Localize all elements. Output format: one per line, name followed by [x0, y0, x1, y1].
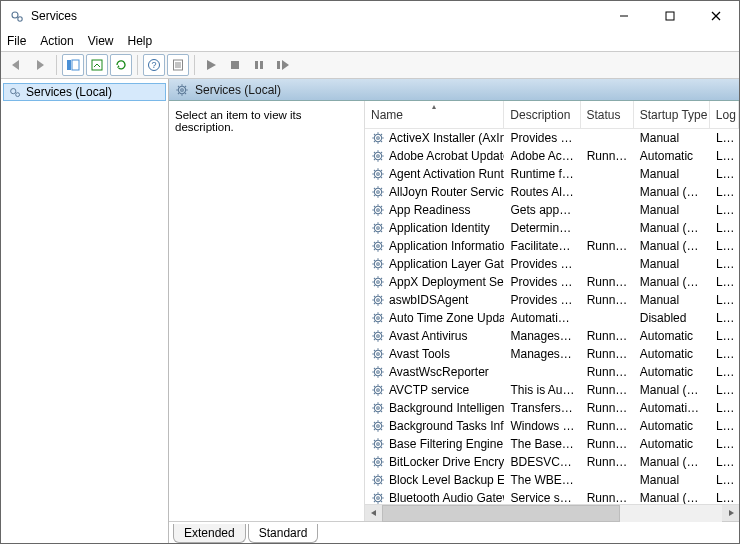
- table-row[interactable]: Block Level Backup Engine ...The WBENG..…: [365, 471, 739, 489]
- show-hide-tree-button[interactable]: [62, 54, 84, 76]
- gear-icon: [371, 401, 385, 415]
- table-row[interactable]: Application InformationFacilitates t...R…: [365, 237, 739, 255]
- table-row[interactable]: Adobe Acrobat Update Serv...Adobe Acro..…: [365, 147, 739, 165]
- service-status: Running: [581, 239, 634, 253]
- table-row[interactable]: aswbIDSAgentProvides Ide...RunningManual…: [365, 291, 739, 309]
- back-button[interactable]: [5, 54, 27, 76]
- pause-service-button[interactable]: [248, 54, 270, 76]
- service-status: Running: [581, 275, 634, 289]
- scroll-right-button[interactable]: [722, 505, 739, 522]
- table-row[interactable]: Avast ToolsManages an...RunningAutomatic…: [365, 345, 739, 363]
- sort-asc-icon: ▴: [432, 102, 436, 111]
- menu-action[interactable]: Action: [40, 34, 73, 48]
- service-startup: Manual (Trig...: [634, 455, 710, 469]
- service-startup: Automatic (...: [634, 401, 710, 415]
- tab-standard[interactable]: Standard: [248, 524, 319, 543]
- service-logon: Loca: [710, 257, 739, 271]
- table-row[interactable]: AvastWscReporterRunningAutomaticLoca: [365, 363, 739, 381]
- table-row[interactable]: Application IdentityDetermines ...Manual…: [365, 219, 739, 237]
- service-startup: Manual (Trig...: [634, 221, 710, 235]
- table-row[interactable]: Avast AntivirusManages an...RunningAutom…: [365, 327, 739, 345]
- service-logon: Loca: [710, 401, 739, 415]
- svg-rect-13: [666, 12, 674, 20]
- service-startup: Automatic: [634, 347, 710, 361]
- table-row[interactable]: ActiveX Installer (AxInstSV)Provides Us.…: [365, 129, 739, 147]
- service-logon: Loca: [710, 473, 739, 487]
- refresh-button[interactable]: [110, 54, 132, 76]
- gear-icon: [371, 437, 385, 451]
- table-row[interactable]: Auto Time Zone UpdaterAutomatica...Disab…: [365, 309, 739, 327]
- service-name: Background Tasks Infrastruc...: [389, 419, 504, 433]
- service-startup: Automatic: [634, 437, 710, 451]
- service-logon: Loca: [710, 149, 739, 163]
- scroll-thumb[interactable]: [382, 505, 620, 522]
- table-row[interactable]: AppX Deployment Service (...Provides inf…: [365, 273, 739, 291]
- gear-icon: [371, 365, 385, 379]
- stop-service-button[interactable]: [224, 54, 246, 76]
- column-header-description[interactable]: Description: [504, 101, 580, 128]
- export-list-button[interactable]: [86, 54, 108, 76]
- titlebar[interactable]: Services: [1, 1, 739, 31]
- column-header-name[interactable]: Name▴: [365, 101, 504, 128]
- menu-view[interactable]: View: [88, 34, 114, 48]
- properties-button[interactable]: [167, 54, 189, 76]
- tab-extended[interactable]: Extended: [173, 524, 246, 543]
- service-description: Routes AllJo...: [504, 185, 580, 199]
- tree-node-services-local[interactable]: Services (Local): [3, 83, 166, 101]
- table-row[interactable]: Background Tasks Infrastruc...Windows in…: [365, 417, 739, 435]
- table-row[interactable]: Base Filtering EngineThe Base Fil...Runn…: [365, 435, 739, 453]
- table-row[interactable]: Bluetooth Audio Gateway S...Service sup.…: [365, 489, 739, 504]
- service-logon: Loca: [710, 419, 739, 433]
- table-row[interactable]: Application Layer Gateway ...Provides su…: [365, 255, 739, 273]
- menu-help[interactable]: Help: [128, 34, 153, 48]
- restart-service-button[interactable]: [272, 54, 294, 76]
- table-row[interactable]: AVCTP serviceThis is Audi...RunningManua…: [365, 381, 739, 399]
- maximize-button[interactable]: [647, 1, 693, 31]
- console-tree[interactable]: Services (Local): [1, 79, 169, 543]
- table-row[interactable]: BitLocker Drive Encryption ...BDESVC hos…: [365, 453, 739, 471]
- gear-icon: [371, 473, 385, 487]
- gear-icon: [371, 257, 385, 271]
- close-button[interactable]: [693, 1, 739, 31]
- service-name: BitLocker Drive Encryption ...: [389, 455, 504, 469]
- service-startup: Manual: [634, 131, 710, 145]
- service-name: Application Identity: [389, 221, 490, 235]
- svg-marker-17: [37, 60, 44, 70]
- service-name: Background Intelligent Tran...: [389, 401, 504, 415]
- scroll-left-button[interactable]: [365, 505, 382, 522]
- service-name: Bluetooth Audio Gateway S...: [389, 491, 504, 504]
- horizontal-scrollbar[interactable]: [365, 504, 739, 521]
- table-row[interactable]: Background Intelligent Tran...Transfers …: [365, 399, 739, 417]
- start-service-button[interactable]: [200, 54, 222, 76]
- forward-button[interactable]: [29, 54, 51, 76]
- minimize-button[interactable]: [601, 1, 647, 31]
- details-header: Services (Local): [169, 79, 739, 101]
- service-startup: Manual: [634, 167, 710, 181]
- service-logon: Loca: [710, 455, 739, 469]
- gear-icon: [371, 311, 385, 325]
- services-list[interactable]: Name▴ Description Status Startup Type Lo…: [364, 101, 739, 521]
- table-row[interactable]: AllJoyn Router ServiceRoutes AllJo...Man…: [365, 183, 739, 201]
- column-header-logon[interactable]: Log: [710, 101, 739, 128]
- svg-rect-19: [72, 60, 79, 70]
- svg-marker-33: [282, 60, 289, 70]
- column-header-status[interactable]: Status: [581, 101, 634, 128]
- svg-marker-34: [371, 510, 376, 516]
- gear-icon: [371, 167, 385, 181]
- help-button[interactable]: ?: [143, 54, 165, 76]
- service-status: Running: [581, 491, 634, 504]
- service-startup: Automatic: [634, 329, 710, 343]
- scroll-track[interactable]: [382, 505, 722, 522]
- table-row[interactable]: Agent Activation Runtime_...Runtime for.…: [365, 165, 739, 183]
- service-logon: Loca: [710, 275, 739, 289]
- menu-file[interactable]: File: [7, 34, 26, 48]
- gears-icon: [8, 85, 22, 99]
- column-header-startup[interactable]: Startup Type: [634, 101, 710, 128]
- service-name: Avast Tools: [389, 347, 450, 361]
- service-logon: Loca: [710, 437, 739, 451]
- services-window: Services File Action View Help ?: [0, 0, 740, 544]
- table-row[interactable]: App ReadinessGets apps re...ManualLoca: [365, 201, 739, 219]
- service-name: AVCTP service: [389, 383, 469, 397]
- service-logon: Loca: [710, 239, 739, 253]
- gear-icon: [371, 293, 385, 307]
